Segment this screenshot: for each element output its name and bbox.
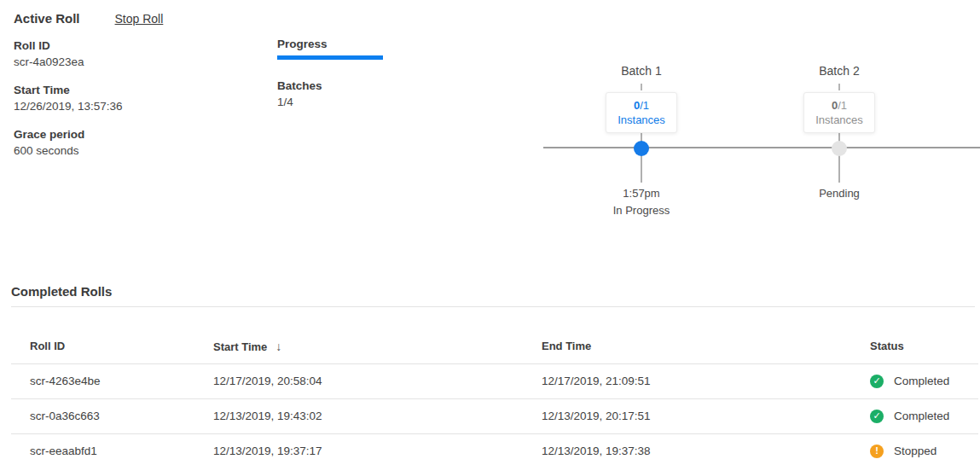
batch-2-name: Batch 2 xyxy=(771,63,908,78)
column-header-roll-id[interactable]: Roll ID xyxy=(11,329,213,363)
cell-roll-id: scr-4263e4be xyxy=(11,363,213,398)
completed-rolls-title: Completed Rolls xyxy=(11,284,975,299)
batch-2-milestone-dot xyxy=(832,141,847,156)
status-label: Stopped xyxy=(894,445,937,457)
completed-rolls-table: Roll ID Start Time↓ End Time Status scr-… xyxy=(11,329,978,465)
batch-2-tick xyxy=(838,84,840,90)
batch-1-instances-label: Instances xyxy=(606,113,676,127)
cell-roll-id: scr-0a36c663 xyxy=(11,398,213,433)
sort-descending-icon[interactable]: ↓ xyxy=(275,340,281,353)
cell-end-time: 12/13/2019, 20:17:51 xyxy=(542,398,870,433)
batch-1-instance-count: 0/1 xyxy=(606,99,676,113)
cell-status: ✓ Completed xyxy=(870,398,978,433)
completed-rolls-header: Completed Rolls xyxy=(11,275,975,307)
batch-1-column: Batch 1 0/1 Instances 1:57pm In Progress xyxy=(573,63,710,218)
cell-status: ✓ Completed xyxy=(870,363,978,398)
batch-2-column: Batch 2 0/1 Instances Pending xyxy=(771,63,908,218)
batch-2-status-extra xyxy=(771,203,908,218)
cell-start-time: 12/13/2019, 19:37:17 xyxy=(213,433,542,465)
batch-2-instance-count: 0/1 xyxy=(804,99,874,113)
batch-2-instances-label: Instances xyxy=(804,113,874,127)
batch-1-milestone-dot xyxy=(634,141,649,156)
cell-end-time: 12/17/2019, 21:09:51 xyxy=(542,363,870,398)
column-header-start-time[interactable]: Start Time↓ xyxy=(213,329,542,363)
cell-roll-id: scr-eeaabfd1 xyxy=(11,433,213,465)
status-completed-icon: ✓ xyxy=(870,375,884,388)
completed-rolls-section: Completed Rolls Roll ID Start Time↓ End … xyxy=(0,275,980,465)
status-stopped-icon: ! xyxy=(870,445,884,458)
column-header-status[interactable]: Status xyxy=(870,329,978,363)
active-roll-section: Active Roll Stop Roll Roll ID scr-4a0923… xyxy=(0,0,980,275)
batch-1-tick xyxy=(641,84,642,90)
cell-start-time: 12/13/2019, 19:43:02 xyxy=(213,398,542,433)
table-row: scr-0a36c663 12/13/2019, 19:43:02 12/13/… xyxy=(11,398,978,433)
cell-end-time: 12/13/2019, 19:37:38 xyxy=(542,433,870,465)
table-row: scr-4263e4be 12/17/2019, 20:58:04 12/17/… xyxy=(11,363,978,398)
roll-dashboard: Active Roll Stop Roll Roll ID scr-4a0923… xyxy=(0,0,980,465)
batch-1-name: Batch 1 xyxy=(573,63,710,78)
status-label: Completed xyxy=(894,410,949,422)
table-header-row: Roll ID Start Time↓ End Time Status xyxy=(11,329,978,363)
batch-2-status: Pending xyxy=(771,186,908,201)
table-row: scr-eeaabfd1 12/13/2019, 19:37:17 12/13/… xyxy=(11,433,978,465)
batch-1-status: In Progress xyxy=(573,203,710,218)
batch-1-instances-card[interactable]: 0/1 Instances xyxy=(606,92,677,133)
column-header-end-time[interactable]: End Time xyxy=(542,329,870,363)
cell-start-time: 12/17/2019, 20:58:04 xyxy=(213,363,542,398)
batch-1-time: 1:57pm xyxy=(573,186,710,201)
batch-timeline: Batch 1 0/1 Instances 1:57pm In Progress… xyxy=(0,0,980,275)
batch-2-instances-card: 0/1 Instances xyxy=(803,92,875,133)
cell-status: ! Stopped xyxy=(870,433,978,465)
status-completed-icon: ✓ xyxy=(870,410,884,423)
status-label: Completed xyxy=(894,375,949,387)
